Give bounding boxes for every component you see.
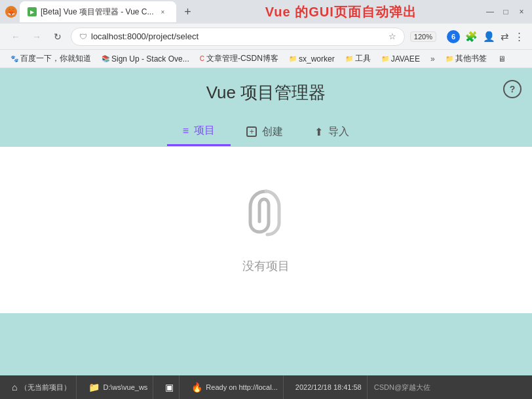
import-icon: ⬆ xyxy=(314,126,323,138)
mobile-icon[interactable]: 🖥 xyxy=(493,52,510,66)
address-actions: ☆ xyxy=(389,31,396,41)
tab-import-label: 导入 xyxy=(328,125,349,139)
empty-text: 没有项目 xyxy=(242,258,290,274)
title-annotation: Vue 的GUI页面自动弹出 xyxy=(200,3,483,21)
app-title: Vue 项目管理器 xyxy=(0,81,532,104)
address-text: localhost:8000/project/select xyxy=(91,31,385,41)
tab-favicon: ▶ xyxy=(28,7,37,16)
tab-create[interactable]: + 创建 xyxy=(231,117,299,146)
fire-icon: 🔥 xyxy=(191,382,202,392)
extension-area: 6 🧩 👤 ⇄ ⋮ xyxy=(447,30,524,43)
projects-icon: ≡ xyxy=(183,125,189,137)
nav-bar: ← → ↻ 🛡 localhost:8000/project/select ☆ … xyxy=(0,24,532,50)
watermark: CSDN@穿越大佐 xyxy=(374,383,430,392)
folder-icon: 📁 xyxy=(88,382,100,392)
title-bar: 🦊 ▶ [Beta] Vue 项目管理器 - Vue C... × + Vue … xyxy=(0,0,532,24)
bookmark-stackoverflow[interactable]: 📚 Sign Up - Stack Ove... xyxy=(98,53,193,65)
tab-close-button[interactable]: × xyxy=(158,7,168,17)
watermark-text: CSDN@穿越大佐 xyxy=(374,383,430,392)
app-container: Vue 项目管理器 ? ≡ 项目 + 创建 ⬆ 导入 xyxy=(0,68,532,375)
status-terminal[interactable]: ▣ xyxy=(160,375,180,399)
new-tab-button[interactable]: + xyxy=(179,3,197,21)
sync-icon[interactable]: ⇄ xyxy=(501,31,509,43)
bookmark-tools[interactable]: 📁 工具 xyxy=(341,52,375,66)
browser-menu-icon[interactable]: ⋮ xyxy=(514,31,524,43)
create-icon: + xyxy=(246,126,257,137)
datetime-text: 2022/12/18 18:41:58 xyxy=(295,383,362,391)
bookmark-other[interactable]: 📁 其他书签 xyxy=(442,52,491,66)
status-bar: ⌂ （无当前项目） 📁 D:\ws\vue_ws ▣ 🔥 Ready on ht… xyxy=(0,375,532,399)
app-tab-bar: ≡ 项目 + 创建 ⬆ 导入 xyxy=(0,117,532,147)
bookmark-baidu[interactable]: 🐾 百度一下，你就知道 xyxy=(7,52,95,66)
close-button[interactable]: × xyxy=(516,7,527,17)
path-label: D:\ws\vue_ws xyxy=(103,383,147,391)
tab-title: [Beta] Vue 项目管理器 - Vue C... xyxy=(41,7,154,18)
bookmarks-bar: 🐾 百度一下，你就知道 📚 Sign Up - Stack Ove... C 文… xyxy=(0,50,532,68)
status-home[interactable]: ⌂ （无当前项目） xyxy=(7,375,77,399)
bookmark-javaee[interactable]: 📁 JAVAEE xyxy=(377,53,424,65)
profile-icon[interactable]: 👤 xyxy=(483,31,495,43)
window-controls: — □ × xyxy=(485,7,527,17)
bookmarks-more-button[interactable]: » xyxy=(427,53,439,65)
bookmark-sx-worker[interactable]: 📁 sx_worker xyxy=(285,53,339,65)
bookmark-csdn[interactable]: C 文章管理-CSDN博客 xyxy=(196,52,282,66)
extension-puzzle-icon[interactable]: 🧩 xyxy=(465,31,478,43)
no-project-label: （无当前项目） xyxy=(20,383,71,392)
status-ready: 🔥 Ready on http://local... xyxy=(186,375,283,399)
ready-text: Ready on http://local... xyxy=(206,383,277,391)
security-icon: 🛡 xyxy=(79,32,87,41)
active-tab[interactable]: ▶ [Beta] Vue 项目管理器 - Vue C... × xyxy=(20,1,176,22)
tab-projects[interactable]: ≡ 项目 xyxy=(167,117,231,146)
help-button[interactable]: ? xyxy=(503,80,522,98)
tab-import[interactable]: ⬆ 导入 xyxy=(299,117,365,146)
empty-icon xyxy=(245,186,287,245)
app-header: Vue 项目管理器 ? xyxy=(0,68,532,104)
address-bar[interactable]: 🛡 localhost:8000/project/select ☆ xyxy=(71,28,405,46)
terminal-icon: ▣ xyxy=(165,382,174,392)
browser-icon: 🦊 xyxy=(5,6,17,18)
status-folder[interactable]: 📁 D:\ws\vue_ws xyxy=(83,375,153,399)
tab-projects-label: 项目 xyxy=(194,124,215,138)
status-datetime: 2022/12/18 18:41:58 xyxy=(290,375,368,399)
tab-create-label: 创建 xyxy=(262,125,283,139)
minimize-button[interactable]: — xyxy=(485,7,495,17)
bookmark-star-icon[interactable]: ☆ xyxy=(389,31,396,41)
forward-button[interactable]: → xyxy=(29,29,45,45)
home-icon: ⌂ xyxy=(12,382,17,392)
extension-badge[interactable]: 6 xyxy=(447,30,460,43)
content-area: 没有项目 xyxy=(0,147,532,313)
zoom-badge: 120% xyxy=(410,31,436,42)
maximize-button[interactable]: □ xyxy=(501,7,511,17)
back-button[interactable]: ← xyxy=(8,29,24,45)
reload-button[interactable]: ↻ xyxy=(50,29,66,45)
